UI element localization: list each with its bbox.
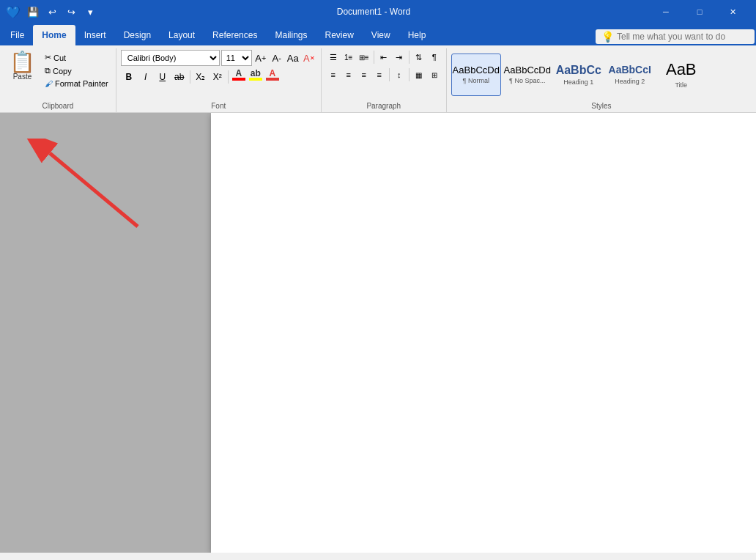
shading-button[interactable]: ▦ [412, 67, 426, 82]
format-painter-button[interactable]: 🖌 Format Painter [42, 78, 111, 89]
multilevel-list-button[interactable]: ⊞≡ [357, 50, 371, 65]
tab-mailings[interactable]: Mailings [266, 25, 316, 45]
strikethrough-button[interactable]: ab [171, 69, 188, 85]
clear-formatting-button[interactable]: A✕ [302, 51, 316, 65]
minimize-button[interactable]: ─ [649, 0, 683, 23]
paragraph-group: ☰ 1≡ ⊞≡ ⇤ ⇥ ⇅ ¶ ≡ ≡ ≡ ≡ ↕ ▦ ⊞ [322, 48, 447, 112]
font-size-select[interactable]: 11 [221, 50, 252, 66]
format-painter-label: Format Painter [55, 79, 108, 88]
separator-para-4 [409, 68, 410, 81]
ribbon-toolbar: 📋 Paste ✂ Cut ⧉ Copy 🖌 Format Painter Cl… [0, 45, 756, 113]
tab-references[interactable]: References [204, 25, 266, 45]
clipboard-group: 📋 Paste ✂ Cut ⧉ Copy 🖌 Format Painter Cl… [0, 48, 116, 112]
superscript-button[interactable]: X² [210, 69, 226, 85]
font-name-select[interactable]: Calibri (Body) [121, 50, 220, 66]
title-bar-left: 💙 💾 ↩ ↪ ▾ [6, 4, 98, 20]
tab-design[interactable]: Design [115, 25, 160, 45]
style-heading1[interactable]: AaBbCc Heading 1 [554, 54, 604, 96]
style-nospace-name: ¶ No Spac... [509, 77, 545, 84]
quick-access-toolbar: 💾 ↩ ↪ ▾ [25, 4, 98, 20]
search-bar: 💡 [596, 29, 755, 44]
increase-font-size-button[interactable]: A+ [253, 51, 268, 65]
align-left-button[interactable]: ≡ [326, 67, 341, 82]
font-group: Calibri (Body) 11 A+ A- Aa A✕ B I U ab X… [116, 48, 322, 112]
separator-1 [190, 70, 190, 84]
tab-view[interactable]: View [363, 25, 399, 45]
copy-button[interactable]: ⧉ Copy [42, 65, 111, 77]
style-title-name: Title [675, 81, 687, 89]
styles-group: AaBbCcDd ¶ Normal AaBbCcDd ¶ No Spac... … [447, 48, 756, 112]
save-button[interactable]: 💾 [25, 4, 41, 20]
paste-button[interactable]: 📋 Paste [4, 50, 40, 83]
separator-para-1 [374, 51, 374, 64]
styles-group-label: Styles [450, 100, 753, 112]
subscript-button[interactable]: X₂ [193, 69, 209, 85]
style-normal[interactable]: AaBbCcDd ¶ Normal [451, 54, 501, 96]
word-icon: 💙 [6, 5, 21, 19]
style-h1-name: Heading 1 [563, 78, 593, 86]
decrease-font-size-button[interactable]: A- [270, 51, 284, 65]
borders-button[interactable]: ⊞ [427, 67, 442, 82]
underline-button[interactable]: U [155, 69, 171, 85]
clipboard-secondary-buttons: ✂ Cut ⧉ Copy 🖌 Format Painter [42, 50, 111, 89]
align-center-button[interactable]: ≡ [341, 67, 356, 82]
tab-layout[interactable]: Layout [160, 25, 204, 45]
restore-button[interactable]: □ [683, 0, 716, 23]
left-margin [0, 113, 211, 553]
tab-insert[interactable]: Insert [75, 25, 115, 45]
tab-home[interactable]: Home [33, 25, 75, 45]
undo-button[interactable]: ↩ [44, 4, 60, 20]
paste-icon: 📋 [10, 52, 35, 73]
ribbon-tabs: File Home Insert Design Layout Reference… [0, 23, 756, 45]
style-h1-preview: AaBbCc [556, 63, 601, 77]
tab-review[interactable]: Review [316, 25, 362, 45]
document-title: Document1 - Word [337, 7, 410, 17]
redo-button[interactable]: ↪ [63, 4, 79, 20]
style-h2-preview: AaBbCcI [609, 64, 651, 76]
window-controls: ─ □ ✕ [649, 0, 750, 23]
paragraph-group-label: Paragraph [325, 100, 443, 112]
cut-label: Cut [53, 54, 66, 62]
sort-button[interactable]: ⇅ [412, 50, 426, 65]
cut-button[interactable]: ✂ Cut [42, 51, 111, 64]
numbering-button[interactable]: 1≡ [341, 50, 356, 65]
canvas-area [0, 113, 756, 553]
customize-quick-access-button[interactable]: ▾ [82, 4, 98, 20]
line-spacing-button[interactable]: ↕ [392, 67, 407, 82]
tab-help[interactable]: Help [399, 25, 435, 45]
clipboard-group-label: Clipboard [3, 100, 113, 112]
highlight-color-button[interactable]: ab [248, 69, 264, 85]
bullets-button[interactable]: ☰ [326, 50, 341, 65]
text-color-button[interactable]: A [231, 69, 247, 85]
italic-button[interactable]: I [138, 69, 154, 85]
style-nospace-preview: AaBbCcDd [504, 65, 551, 76]
decrease-indent-button[interactable]: ⇤ [377, 50, 391, 65]
increase-indent-button[interactable]: ⇥ [392, 50, 407, 65]
style-title[interactable]: AaB Title [656, 54, 706, 96]
separator-2 [228, 70, 229, 84]
style-normal-preview: AaBbCcDd [453, 65, 500, 76]
style-title-preview: AaB [666, 60, 697, 79]
lightbulb-icon: 💡 [601, 31, 614, 43]
paste-label: Paste [13, 73, 32, 81]
search-input[interactable] [617, 32, 749, 42]
tab-file[interactable]: File [1, 25, 33, 45]
style-h2-name: Heading 2 [615, 78, 645, 85]
copy-icon: ⧉ [45, 66, 51, 75]
title-bar: 💙 💾 ↩ ↪ ▾ Document1 - Word ─ □ ✕ [0, 0, 756, 23]
show-hide-button[interactable]: ¶ [427, 50, 442, 65]
font-color-button[interactable]: A [264, 69, 281, 85]
font-group-label: Font [119, 100, 318, 112]
change-case-button[interactable]: Aa [286, 51, 300, 65]
align-right-button[interactable]: ≡ [357, 67, 371, 82]
document-page[interactable] [211, 113, 756, 553]
bold-button[interactable]: B [121, 69, 137, 85]
close-button[interactable]: ✕ [716, 0, 750, 23]
justify-button[interactable]: ≡ [372, 67, 387, 82]
style-no-spacing[interactable]: AaBbCcDd ¶ No Spac... [503, 54, 552, 96]
separator-para-3 [389, 68, 390, 81]
separator-para-2 [409, 51, 410, 64]
style-heading2[interactable]: AaBbCcI Heading 2 [605, 54, 655, 96]
copy-label: Copy [53, 67, 72, 75]
style-normal-name: ¶ Normal [463, 77, 489, 84]
